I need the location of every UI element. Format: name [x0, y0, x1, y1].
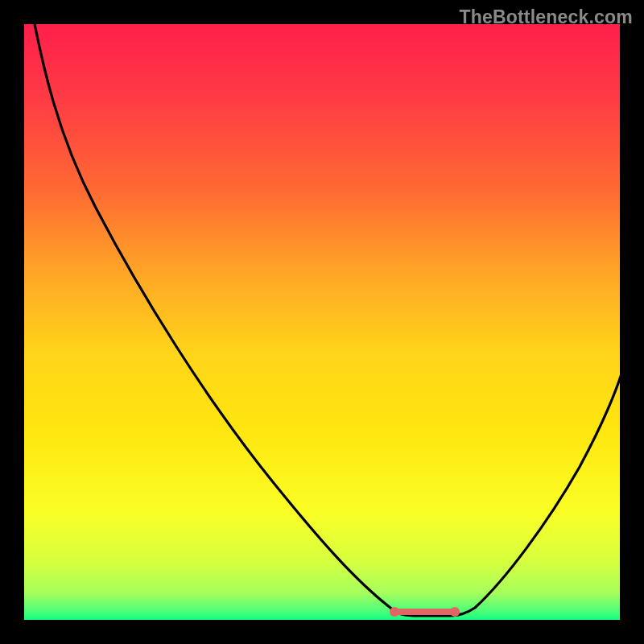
watermark: TheBottleneck.com [459, 6, 633, 28]
plot-gradient [24, 24, 620, 620]
marker-bar [394, 609, 455, 615]
chart-stage: TheBottleneck.com [0, 0, 644, 644]
chart-svg [0, 0, 644, 644]
marker-dot-right [450, 607, 460, 617]
